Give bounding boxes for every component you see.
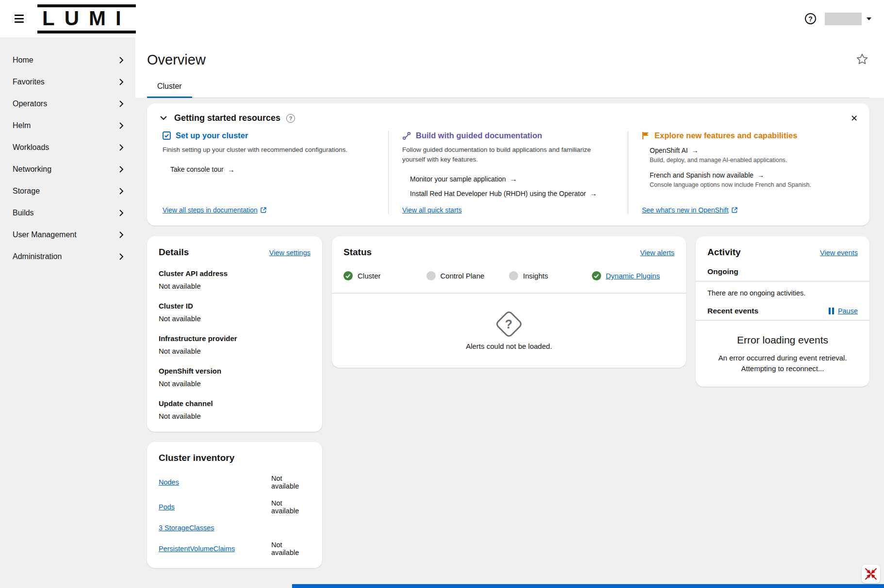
chevron-right-icon xyxy=(119,144,124,151)
activity-card: Activity View events Ongoing There are n… xyxy=(696,236,869,387)
sidebar-item-home[interactable]: Home xyxy=(0,49,135,71)
arrow-right-icon: → xyxy=(692,147,699,154)
sidebar-item-label: Storage xyxy=(13,187,40,196)
chevron-right-icon xyxy=(119,56,124,64)
content-area: Getting started resources ? ✕ Set up you… xyxy=(135,98,884,588)
feature-languages: French and Spanish now available → Conso… xyxy=(650,171,854,190)
arrow-right-icon: → xyxy=(757,171,764,179)
alerts-error-message: Alerts could not be loaded. xyxy=(344,342,674,350)
sidebar-item-label: Builds xyxy=(13,209,34,217)
masthead-toolbar: ? xyxy=(805,13,871,25)
sidebar-item-storage[interactable]: Storage xyxy=(0,180,135,202)
openshift-ai-description: Build, deploy, and manage AI-enabled app… xyxy=(650,156,854,165)
view-alerts-link[interactable]: View alerts xyxy=(640,249,674,257)
ongoing-section-title: Ongoing xyxy=(707,267,738,276)
sidebar-item-label: User Management xyxy=(13,230,77,239)
inventory-row-storageclasses: 3 StorageClasses xyxy=(159,524,311,532)
sidebar-item-networking[interactable]: Networking xyxy=(0,158,135,180)
setup-cluster-column: Set up your cluster Finish setting up yo… xyxy=(159,131,388,214)
events-error-title: Error loading events xyxy=(710,334,855,346)
feature-openshift-ai: OpenShift AI → Build, deploy, and manage… xyxy=(650,147,854,165)
external-link-icon xyxy=(732,207,737,213)
page-header: Overview Cluster xyxy=(135,37,884,98)
cluster-inventory-card: Cluster inventory Nodes Not available Po… xyxy=(147,442,322,568)
persistentvolumeclaims-link[interactable]: PersistentVolumeClaims xyxy=(159,545,271,553)
french-spanish-link[interactable]: French and Spanish now available → xyxy=(650,171,854,179)
sidebar-item-label: Networking xyxy=(13,165,51,174)
masthead: LUMI ? xyxy=(0,0,884,37)
detail-field-api-address: Cluster API address Not available xyxy=(159,269,311,290)
pods-link[interactable]: Pods xyxy=(159,503,271,511)
inventory-row-nodes: Nodes Not available xyxy=(159,474,311,490)
close-icon[interactable]: ✕ xyxy=(851,114,858,123)
languages-description: Console language options now include Fre… xyxy=(650,181,854,190)
chevron-right-icon xyxy=(119,231,124,239)
openshift-ai-link[interactable]: OpenShift AI → xyxy=(650,147,854,154)
chevron-right-icon xyxy=(119,78,124,86)
nav-toggle-icon[interactable] xyxy=(13,13,26,25)
arrow-right-icon: → xyxy=(590,189,597,197)
success-check-icon xyxy=(592,271,601,280)
user-menu[interactable] xyxy=(825,13,871,25)
unknown-status-icon xyxy=(426,271,436,280)
recent-events-section-title: Recent events xyxy=(707,307,758,315)
favorite-star-icon[interactable] xyxy=(855,52,869,68)
tab-cluster[interactable]: Cluster xyxy=(147,77,192,98)
help-circle-icon[interactable]: ? xyxy=(286,114,295,123)
guided-documentation-column: Build with guided documentation Follow g… xyxy=(389,131,628,214)
unknown-alerts-icon: ? xyxy=(494,310,523,338)
whats-new-link[interactable]: See what's new in OpenShift xyxy=(642,206,729,214)
install-rhdh-link[interactable]: Install Red Hat Developer Hub (RHDH) usi… xyxy=(410,189,614,197)
setup-cluster-heading[interactable]: Set up your cluster xyxy=(163,131,375,140)
guided-documentation-description: Follow guided documentation to build app… xyxy=(402,145,614,164)
detail-field-openshift-version: OpenShift version Not available xyxy=(159,367,311,388)
collapse-chevron-icon[interactable] xyxy=(159,114,168,122)
view-all-steps-link[interactable]: View all steps in documentation xyxy=(163,206,258,214)
take-console-tour-link[interactable]: Take console tour → xyxy=(170,165,375,174)
cluster-setup-icon xyxy=(163,131,171,140)
bottom-blue-bar xyxy=(292,584,884,588)
storageclasses-link[interactable]: 3 StorageClasses xyxy=(159,524,271,532)
nodes-link[interactable]: Nodes xyxy=(159,478,271,486)
explore-features-heading: Explore new features and capabilities xyxy=(642,131,854,140)
arrow-right-icon: → xyxy=(510,175,517,183)
details-title: Details xyxy=(159,247,189,258)
tab-cluster-label: Cluster xyxy=(157,82,182,90)
status-card: Status View alerts Cluster Control Plane xyxy=(332,236,686,368)
monitor-sample-app-link[interactable]: Monitor your sample application → xyxy=(410,175,614,183)
sidebar-item-user-management[interactable]: User Management xyxy=(0,224,135,245)
inventory-row-pvcs: PersistentVolumeClaims Not available xyxy=(159,541,311,556)
view-all-quick-starts-link[interactable]: View all quick starts xyxy=(402,206,462,214)
brand-logo: LUMI xyxy=(37,4,136,33)
detail-field-update-channel: Update channel Not available xyxy=(159,399,311,420)
sidebar-item-favorites[interactable]: Favorites xyxy=(0,71,135,93)
unknown-status-icon xyxy=(509,271,518,280)
pause-events-button[interactable]: Pause xyxy=(829,307,858,315)
sidebar-item-builds[interactable]: Builds xyxy=(0,202,135,224)
chevron-right-icon xyxy=(119,187,124,195)
divider xyxy=(696,320,869,321)
route-icon xyxy=(402,131,411,140)
sidebar-item-label: Home xyxy=(13,56,33,65)
sidebar-item-operators[interactable]: Operators xyxy=(0,93,135,114)
ongoing-empty-message: There are no ongoing activities. xyxy=(707,289,858,297)
sidebar-item-administration[interactable]: Administration xyxy=(0,245,135,267)
events-error-state: Error loading events An error occurred d… xyxy=(707,334,858,374)
activity-title: Activity xyxy=(707,247,741,258)
success-check-icon xyxy=(344,271,353,280)
crash-indicator-icon[interactable] xyxy=(862,565,880,583)
sidebar-item-helm[interactable]: Helm xyxy=(0,114,135,136)
view-events-link[interactable]: View events xyxy=(820,249,858,257)
events-error-message: An error occurred during event retrieval… xyxy=(710,353,855,374)
help-icon[interactable]: ? xyxy=(805,13,816,24)
sidebar-item-label: Administration xyxy=(13,252,62,261)
status-item-cluster: Cluster xyxy=(344,271,426,280)
explore-features-column: Explore new features and capabilities Op… xyxy=(628,131,858,214)
guided-documentation-heading[interactable]: Build with guided documentation xyxy=(402,131,614,140)
inventory-row-pods: Pods Not available xyxy=(159,499,311,515)
detail-field-infrastructure-provider: Infrastructure provider Not available xyxy=(159,334,311,355)
view-settings-link[interactable]: View settings xyxy=(269,249,311,257)
status-item-dynamic-plugins: Dynamic Plugins xyxy=(592,271,675,280)
sidebar-item-workloads[interactable]: Workloads xyxy=(0,136,135,158)
dynamic-plugins-link[interactable]: Dynamic Plugins xyxy=(606,272,660,280)
